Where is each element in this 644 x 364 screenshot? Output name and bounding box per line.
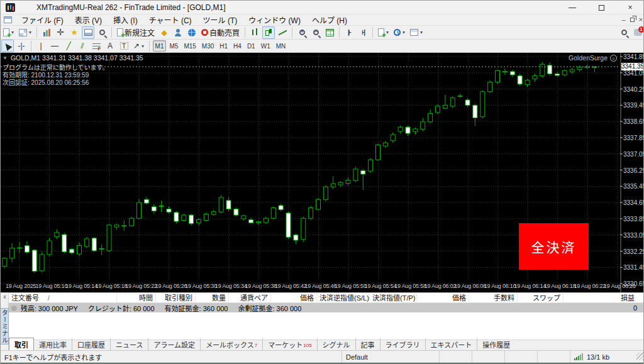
- menu-view[interactable]: 表示 (V): [69, 14, 108, 26]
- timeframe-m15[interactable]: M15: [181, 40, 198, 52]
- status-help-text: F1キーでヘルプが表示されます: [1, 351, 342, 363]
- status-cell-4: [538, 351, 570, 363]
- data-window-button[interactable]: ✛: [54, 26, 67, 39]
- auto-scroll-button[interactable]: |⊦: [343, 26, 355, 39]
- timeframe-mn[interactable]: MN: [274, 40, 289, 52]
- candle-body: [510, 72, 514, 75]
- mdi-minimize-button[interactable]: –: [621, 16, 625, 23]
- terminal-toggle-button[interactable]: [82, 26, 94, 39]
- tile-windows-button[interactable]: [323, 26, 336, 39]
- column-lots[interactable]: 数量: [196, 293, 229, 303]
- column-stop-loss[interactable]: 決済逆指値(S/L): [317, 293, 370, 303]
- mdi-restore-button[interactable]: [630, 18, 635, 22]
- periods-button[interactable]: ▾: [392, 26, 407, 39]
- timeframe-h1[interactable]: H1: [217, 40, 230, 52]
- profiles-button[interactable]: ▾: [17, 26, 33, 39]
- column-type[interactable]: 取引種別: [156, 293, 196, 303]
- chart-window-icon[interactable]: [4, 16, 12, 23]
- column-current-price[interactable]: 価格: [417, 293, 469, 303]
- time-tick-label: 19 Aug 2025: [6, 283, 36, 289]
- horizontal-line-button[interactable]: —: [48, 40, 61, 52]
- community-button[interactable]: [172, 26, 184, 39]
- tab-alerts[interactable]: アラーム設定: [148, 338, 200, 351]
- timeframe-w1[interactable]: W1: [258, 40, 273, 52]
- new-order-button[interactable]: +新規注文: [115, 26, 157, 39]
- bar-chart-button[interactable]: [248, 26, 261, 39]
- chart-shift-button[interactable]: ⊦|: [357, 26, 369, 39]
- tab-library[interactable]: ライブラリ: [380, 338, 425, 351]
- candle-body: [137, 202, 142, 218]
- maximize-button[interactable]: [587, 1, 616, 14]
- tab-journal[interactable]: 操作履歴: [477, 338, 515, 351]
- channel-button[interactable]: ⫽: [76, 40, 89, 52]
- notifications-button[interactable]: 1: [631, 26, 644, 39]
- new-chart-button[interactable]: +▾: [1, 26, 16, 39]
- tab-market[interactable]: マーケット105: [262, 338, 316, 351]
- cursor-tool-button[interactable]: [1, 40, 14, 52]
- column-time[interactable]: 時間: [117, 293, 156, 303]
- metaeditor-button[interactable]: ◆: [158, 26, 170, 39]
- tab-account-history[interactable]: 口座履歴: [72, 338, 110, 351]
- menu-tools[interactable]: ツール (T): [197, 14, 243, 26]
- column-swap[interactable]: スワップ: [518, 293, 564, 303]
- shapes-button[interactable]: ↗▾: [131, 40, 146, 52]
- menu-insert[interactable]: 挿入 (I): [108, 14, 143, 26]
- templates-button[interactable]: ▾: [408, 26, 425, 39]
- column-commission[interactable]: 手数料: [469, 293, 518, 303]
- candlestick-chart-button[interactable]: [262, 26, 275, 39]
- tab-trade[interactable]: 取引: [9, 338, 34, 351]
- tab-signals[interactable]: シグナル: [317, 338, 355, 351]
- mdi-close-button[interactable]: ×: [639, 16, 643, 23]
- fibonacci-button[interactable]: [90, 40, 103, 52]
- crosshair-tool-button[interactable]: -|-: [15, 40, 28, 52]
- line-chart-button[interactable]: [276, 26, 289, 39]
- candle-body: [84, 239, 89, 246]
- price-axis[interactable]: 3341.853341.053340.253339.453338.653337.…: [623, 53, 644, 292]
- tab-experts[interactable]: エキスパート: [425, 338, 477, 351]
- label-tool-button[interactable]: T: [118, 40, 130, 52]
- zoom-out-button[interactable]: −: [309, 26, 322, 39]
- minimize-button[interactable]: —: [558, 1, 587, 14]
- menu-file[interactable]: ファイル (F): [16, 14, 69, 26]
- timeframe-h4[interactable]: H4: [231, 40, 244, 52]
- time-tick-label: 19 Aug 05:10: [36, 283, 68, 289]
- close-button[interactable]: ×: [616, 1, 644, 14]
- search-button[interactable]: [618, 26, 630, 39]
- market-watch-button[interactable]: [40, 26, 53, 39]
- vertical-line-button[interactable]: |: [35, 40, 47, 52]
- mql5-button[interactable]: [186, 26, 198, 39]
- trendline-button[interactable]: ╱: [62, 40, 75, 52]
- menu-chart[interactable]: チャート (C): [143, 14, 197, 26]
- menu-window[interactable]: ウィンドウ (W): [243, 14, 306, 26]
- terminal-side-tab[interactable]: ターミナル: [1, 308, 9, 345]
- ea-smiley-icon[interactable]: ☺: [610, 55, 617, 62]
- column-open-price[interactable]: 価格: [271, 293, 317, 303]
- tab-news[interactable]: ニュース: [110, 338, 148, 351]
- navigator-button[interactable]: ★: [68, 26, 80, 39]
- column-profit[interactable]: 損益: [564, 293, 637, 303]
- column-order-number[interactable]: 注文番号/: [9, 293, 117, 303]
- menu-help[interactable]: ヘルプ (H): [306, 14, 353, 26]
- resize-grip[interactable]: [636, 353, 644, 360]
- indicators-button[interactable]: +▾: [376, 26, 391, 39]
- chart-area[interactable]: ▼ GOLD,M1 3341.31 3341.38 3341.07 3341.3…: [1, 53, 644, 292]
- timeframe-m1[interactable]: M1: [153, 40, 167, 52]
- autotrading-button[interactable]: 自動売買: [199, 26, 242, 39]
- column-symbol[interactable]: 通貨ペア: [229, 293, 271, 303]
- column-take-profit[interactable]: 決済指値(T/P): [370, 293, 417, 303]
- timeframe-m5[interactable]: M5: [167, 40, 180, 52]
- tab-articles[interactable]: 記事: [355, 338, 380, 351]
- tab-exposure[interactable]: 運用比率: [34, 338, 72, 351]
- zoom-in-button[interactable]: +: [296, 26, 308, 39]
- terminal-close-button[interactable]: x: [1, 294, 8, 301]
- time-axis[interactable]: 19 Aug 202519 Aug 05:1019 Aug 05:1419 Au…: [1, 283, 644, 292]
- close-all-button[interactable]: 全決済: [519, 223, 589, 270]
- status-profile[interactable]: Default: [342, 351, 440, 363]
- one-click-trading-arrow[interactable]: ▼: [3, 55, 8, 61]
- timeframe-d1[interactable]: D1: [245, 40, 258, 52]
- tab-mailbox[interactable]: メールボックス7: [200, 338, 262, 351]
- timeframe-m30[interactable]: M30: [199, 40, 216, 52]
- status-connection[interactable]: 13/1 kb: [570, 351, 644, 363]
- text-tool-button[interactable]: A: [104, 40, 116, 52]
- strategy-tester-button[interactable]: [96, 26, 108, 39]
